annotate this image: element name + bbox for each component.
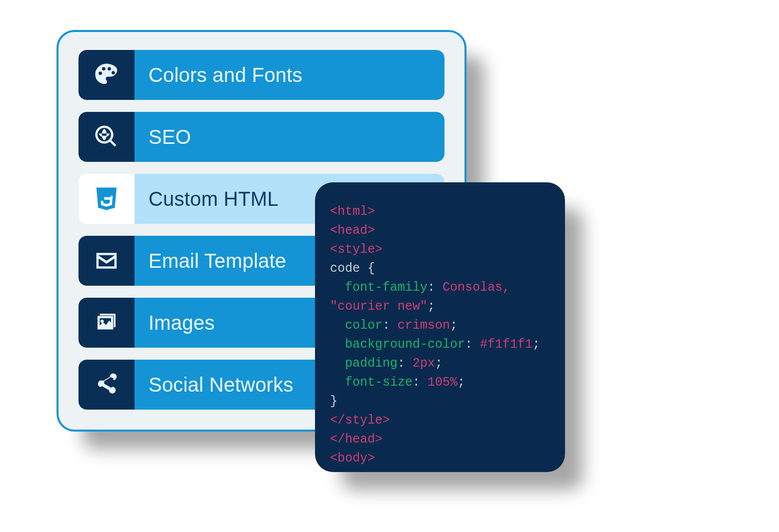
code-token: :: [428, 280, 442, 295]
code-token: :: [412, 375, 428, 390]
code-token: [330, 280, 345, 295]
code-token: <html>: [330, 204, 375, 219]
code-token: ;: [458, 375, 465, 390]
code-preview: <html> <head> <style> code { font-family…: [330, 202, 551, 468]
code-token: [330, 356, 345, 371]
menu-item-colors-fonts[interactable]: Colors and Fonts: [78, 50, 444, 100]
menu-item-label: Social Networks: [148, 374, 294, 396]
code-token: ;: [532, 337, 540, 352]
code-token: #f1f1f1: [480, 337, 532, 352]
code-token: Consolas,: [442, 280, 510, 295]
palette-icon: [78, 50, 134, 100]
code-token: ;: [435, 356, 442, 371]
globe-search-icon: [78, 112, 134, 162]
images-icon: [78, 298, 134, 348]
code-token: font-size: [345, 375, 412, 390]
menu-item-label: Email Template: [148, 250, 286, 272]
code-token: [330, 318, 345, 333]
code-token: background-color: [345, 337, 465, 352]
code-token: 105%: [428, 375, 458, 390]
code-token: </style>: [330, 413, 390, 428]
code-token: [330, 337, 345, 352]
envelope-icon: [78, 236, 134, 286]
html5-icon: [78, 174, 134, 224]
menu-item-label: Custom HTML: [148, 188, 278, 210]
menu-item-label: Images: [148, 312, 214, 334]
code-token: <head>: [330, 223, 375, 238]
code-token: color: [345, 318, 382, 333]
menu-item-label-box: Colors and Fonts: [134, 50, 444, 100]
code-token: "courier new": [330, 299, 428, 314]
code-token: :: [465, 337, 480, 352]
code-token: 2px: [412, 356, 435, 371]
code-preview-card: <html> <head> <style> code { font-family…: [315, 182, 565, 472]
code-token: <style>: [330, 242, 382, 257]
code-token: code {: [330, 261, 375, 276]
menu-item-seo[interactable]: SEO: [78, 112, 444, 162]
menu-item-label: Colors and Fonts: [148, 64, 302, 86]
code-token: [330, 375, 345, 390]
code-token: font-family: [345, 280, 428, 295]
code-token: }: [330, 394, 338, 409]
share-icon: [78, 360, 134, 410]
code-token: crimson: [398, 318, 450, 333]
code-token: :: [382, 318, 398, 333]
code-token: ;: [428, 299, 435, 314]
menu-item-label: SEO: [148, 126, 191, 148]
code-token: :: [398, 356, 412, 371]
code-token: ;: [450, 318, 458, 333]
menu-item-label-box: SEO: [134, 112, 444, 162]
code-token: <body>: [330, 451, 375, 466]
code-token: padding: [345, 356, 398, 371]
code-token: </head>: [330, 432, 382, 447]
